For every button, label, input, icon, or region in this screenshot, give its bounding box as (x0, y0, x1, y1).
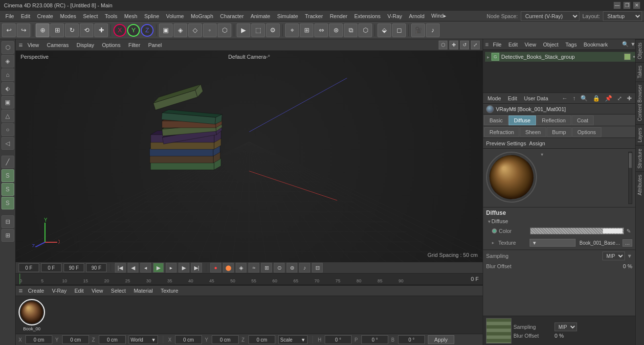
menu-character[interactable]: Character (217, 12, 247, 20)
tab-layers[interactable]: Layers (636, 124, 644, 145)
tab-refraction[interactable]: Refraction (484, 127, 519, 137)
z-axis-button[interactable]: Z (141, 24, 154, 37)
mat-view-menu[interactable]: View (89, 287, 106, 294)
bp-tool[interactable]: ⬖ (1, 82, 14, 95)
obj-bookmark-menu[interactable]: Bookmark (581, 41, 610, 48)
x-position-input[interactable] (25, 335, 52, 344)
attr-expand-icon[interactable]: ⤢ (616, 95, 623, 102)
diffuse-scrollbar[interactable] (628, 152, 632, 204)
menu-animate[interactable]: Animate (247, 12, 273, 20)
object-color-swatch[interactable] (624, 53, 631, 60)
mat-select-menu[interactable]: Select (109, 287, 129, 294)
start-frame-field[interactable] (19, 263, 39, 272)
menu-modes[interactable]: Modes (57, 12, 80, 20)
x-axis-button[interactable]: X (113, 24, 126, 37)
active-tool-2[interactable]: S (1, 183, 14, 196)
tab-takes[interactable]: Takes (636, 62, 644, 81)
material-item-book00[interactable]: Book_00 (19, 299, 45, 331)
sphere-tool[interactable]: ○ (1, 123, 14, 136)
attr-edit-menu[interactable]: Edit (506, 95, 520, 102)
line-tool[interactable]: ╱ (1, 156, 14, 168)
tab-diffuse[interactable]: Diffuse (509, 115, 536, 125)
undo-button[interactable]: ↩ (2, 23, 16, 37)
timeline-extra[interactable]: ⊟ (312, 263, 323, 273)
color-radio[interactable] (492, 229, 497, 233)
attr-add-icon[interactable]: ✚ (625, 95, 633, 102)
viewport-icon-3[interactable]: ↺ (460, 41, 469, 49)
timeline-options[interactable]: ⊞ (261, 263, 272, 273)
redo-button[interactable]: ↪ (17, 23, 30, 37)
key-type-button[interactable]: ◈ (236, 263, 246, 273)
scale-tool-button[interactable]: ⊞ (50, 23, 64, 37)
obj-file-menu[interactable]: File (490, 41, 504, 48)
viewport-menu-icon[interactable]: ≡ (19, 41, 22, 49)
mat-material-menu[interactable]: Material (131, 287, 155, 294)
texture-browse-btn[interactable]: … (622, 239, 632, 247)
active-tool-3[interactable]: S (1, 197, 14, 209)
attr-user-data-menu[interactable]: User Data (522, 95, 551, 102)
cloner-button[interactable]: ⧉ (344, 23, 357, 37)
cone-tool[interactable]: △ (1, 110, 14, 122)
texture-channel-dropdown[interactable]: ▼ (530, 239, 576, 247)
auto-key-button[interactable]: ⬤ (223, 263, 234, 273)
sampling-select[interactable]: MIP (602, 252, 625, 260)
timeline-ruler[interactable]: 0 5 10 15 20 25 30 35 40 45 50 55 60 65 … (16, 274, 483, 285)
h-rotation-input[interactable] (325, 335, 352, 344)
render-button[interactable]: ▶ (237, 23, 250, 37)
close-button[interactable]: ✕ (633, 2, 640, 9)
sym-button[interactable]: ⇔ (314, 23, 328, 37)
attr-up-icon[interactable]: ↑ (571, 95, 577, 102)
active-tool-1[interactable]: S (1, 169, 14, 182)
menu-tools[interactable]: Tools (101, 12, 121, 20)
motion-clip-button[interactable]: ≈ (248, 263, 259, 273)
record-button[interactable]: ● (210, 263, 221, 273)
timeline-filter[interactable]: ⊙ (274, 263, 285, 273)
tab-content-browser[interactable]: Content Browser (636, 81, 644, 124)
next-frame-button[interactable]: ▶ (178, 263, 189, 273)
viewport-icon-1[interactable]: ⬡ (439, 41, 447, 49)
menu-render[interactable]: Render (326, 12, 351, 20)
goto-end-button[interactable]: ▶| (191, 263, 202, 273)
z-position-input[interactable] (99, 335, 126, 344)
viewport-icon-2[interactable]: ✚ (449, 41, 458, 49)
viewport-view-menu[interactable]: View (24, 41, 42, 49)
tab-bump[interactable]: Bump (547, 127, 572, 137)
select-button[interactable]: ◻ (392, 23, 406, 37)
tab-sheen[interactable]: Sheen (520, 127, 546, 137)
scrollbar-thumb[interactable] (629, 153, 632, 168)
fracture-button[interactable]: ⬡ (358, 23, 372, 37)
minimize-button[interactable]: — (614, 2, 621, 9)
mat-texture-menu[interactable]: Texture (158, 287, 181, 294)
mat-menu-icon[interactable]: ≡ (19, 287, 22, 295)
attr-back-icon[interactable]: ← (560, 95, 569, 102)
viewport-3d[interactable]: Perspective Default Camera◦° Grid Spacin… (16, 51, 483, 262)
x-size-input[interactable] (175, 335, 202, 344)
attr-search-icon[interactable]: 🔍 (579, 95, 589, 102)
attr-lock-icon[interactable]: 🔒 (591, 95, 601, 102)
edge-tool2[interactable]: ◁ (1, 137, 14, 150)
texture-tool[interactable]: ⊞ (1, 229, 14, 242)
current-frame-field[interactable] (41, 263, 62, 272)
menu-volume[interactable]: Volume (163, 12, 188, 20)
menu-create[interactable]: Create (34, 12, 57, 20)
timeline-record2[interactable]: ♪ (299, 263, 310, 273)
grid-button[interactable]: ⊞ (300, 23, 313, 37)
obj-expand-icon[interactable]: ▸ (487, 54, 489, 60)
attr-mode-menu[interactable]: Mode (485, 95, 504, 102)
obj-tags-menu[interactable]: Tags (563, 41, 579, 48)
menu-edit[interactable]: Edit (18, 12, 34, 20)
menu-file[interactable]: File (2, 12, 18, 20)
tab-options[interactable]: Options (572, 127, 601, 137)
b-rotation-input[interactable] (398, 335, 425, 344)
move-tool-button[interactable]: ⊕ (36, 23, 49, 37)
poly-mode-button[interactable]: ◈ (174, 23, 187, 37)
assign-btn[interactable]: Assign (529, 140, 545, 146)
maximize-button[interactable]: ❐ (623, 2, 630, 9)
layout-select[interactable]: Startup (603, 11, 642, 21)
edge-mode-button[interactable]: ◇ (188, 23, 202, 37)
object-mode-button[interactable]: ▣ (159, 23, 173, 37)
color-swatch[interactable] (603, 229, 622, 233)
apply-button[interactable]: Apply (428, 335, 454, 344)
add-tool-button[interactable]: ✚ (94, 23, 108, 37)
menu-select[interactable]: Select (80, 12, 102, 20)
